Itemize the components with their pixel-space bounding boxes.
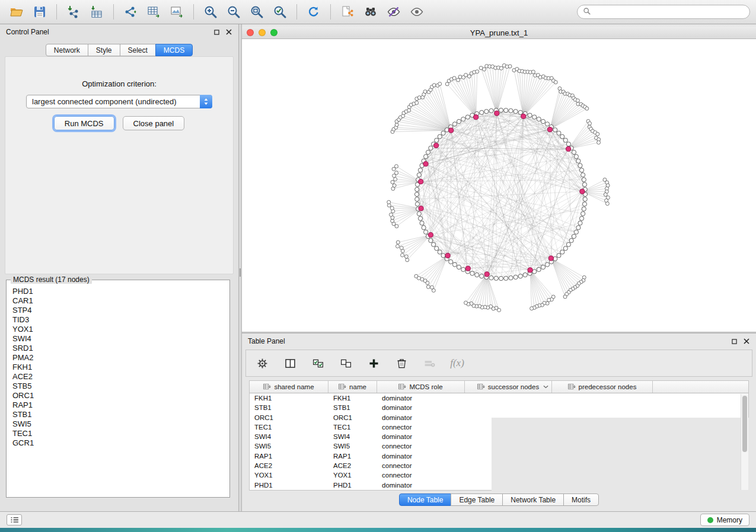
function-icon[interactable]: f(x) xyxy=(449,355,465,371)
settings-icon[interactable] xyxy=(254,355,270,371)
chevron-down-icon[interactable] xyxy=(543,385,548,389)
table-cell: connector xyxy=(377,422,465,432)
mcds-result-item[interactable]: SRD1 xyxy=(12,344,229,353)
status-menu-button[interactable] xyxy=(7,514,22,525)
control-panel-header: Control Panel xyxy=(0,24,238,40)
optimization-criterion-label: Optimization criterion: xyxy=(5,79,233,88)
deselect-all-icon[interactable] xyxy=(338,355,353,371)
mcds-result-item[interactable]: RAP1 xyxy=(12,400,229,410)
network-view-canvas[interactable] xyxy=(242,39,756,332)
column-header-successor-nodes[interactable]: successor nodes xyxy=(465,381,552,393)
zoom-fit-icon[interactable] xyxy=(246,2,267,21)
mcds-result-item[interactable]: STB5 xyxy=(12,382,229,391)
mcds-result-item[interactable]: ACE2 xyxy=(12,372,229,382)
table-cell: SWI5 xyxy=(250,441,328,451)
tab-motifs[interactable]: Motifs xyxy=(563,493,599,506)
table-panel-title: Table Panel xyxy=(248,337,285,345)
mcds-result-item[interactable]: TID3 xyxy=(12,315,229,325)
search-input[interactable] xyxy=(595,8,744,16)
mcds-result-item[interactable]: YOX1 xyxy=(12,325,229,334)
sort-table-icon xyxy=(339,383,346,391)
scrollbar-thumb[interactable] xyxy=(742,396,747,452)
export-table-icon[interactable] xyxy=(143,2,164,21)
table-row[interactable]: STB1STB1dominator620 xyxy=(250,403,748,412)
table-cell: dominator xyxy=(377,451,465,461)
zoom-selected-icon[interactable] xyxy=(269,2,291,21)
table-cell: TEC1 xyxy=(250,422,328,432)
refresh-icon[interactable] xyxy=(303,2,324,21)
mcds-result-item[interactable]: STP4 xyxy=(12,306,229,315)
hide-icon[interactable] xyxy=(383,2,404,21)
import-network-icon[interactable] xyxy=(63,2,84,21)
memory-button[interactable]: Memory xyxy=(700,514,749,526)
sort-table-icon xyxy=(477,383,485,391)
float-panel-icon[interactable] xyxy=(213,28,220,36)
add-icon[interactable] xyxy=(366,355,381,371)
export-image-icon[interactable] xyxy=(166,2,187,21)
mcds-result-item[interactable]: CAR1 xyxy=(12,296,229,306)
network-graph[interactable] xyxy=(242,39,756,332)
optimization-dropdown[interactable]: largest connected component (undirected) xyxy=(26,95,212,108)
column-header-filler xyxy=(653,381,748,393)
mcds-result-item[interactable]: STB1 xyxy=(12,410,229,419)
toolbar-separator xyxy=(296,4,297,20)
table-row[interactable]: PHD1PHD1dominator180 xyxy=(250,480,748,490)
float-table-panel-icon[interactable] xyxy=(731,338,738,345)
run-mcds-button[interactable]: Run MCDS xyxy=(54,116,114,130)
application-window: Control Panel NetworkStyleSelectMCDS Opt… xyxy=(0,0,756,532)
window-controls xyxy=(247,29,277,36)
tab-network-table[interactable]: Network Table xyxy=(502,493,564,506)
columns-icon[interactable] xyxy=(282,355,298,371)
table-scrollbar[interactable] xyxy=(741,394,748,490)
close-table-panel-icon[interactable] xyxy=(743,338,750,345)
tab-node-table[interactable]: Node Table xyxy=(399,493,452,506)
column-header-shared-name[interactable]: shared name xyxy=(250,381,328,393)
close-panel-icon[interactable] xyxy=(225,28,232,36)
open-folder-icon[interactable] xyxy=(6,2,27,21)
column-header-predecessor-nodes[interactable]: predecessor nodes xyxy=(552,381,653,393)
optimization-dropdown-value: largest connected component (undirected) xyxy=(32,97,177,106)
delete-icon[interactable] xyxy=(394,355,409,371)
tab-style[interactable]: Style xyxy=(88,44,120,56)
search-box[interactable] xyxy=(577,5,750,19)
network-window-titlebar[interactable]: YPA_prune.txt_1 xyxy=(242,27,756,39)
share-document-icon[interactable] xyxy=(337,2,358,21)
mcds-result-item[interactable]: SWI4 xyxy=(12,334,229,344)
tab-edge-table[interactable]: Edge Table xyxy=(451,493,503,506)
tab-network[interactable]: Network xyxy=(46,44,88,56)
mcds-result-item[interactable]: FKH1 xyxy=(12,363,229,372)
table-cell: YOX1 xyxy=(328,470,377,480)
select-all-icon[interactable] xyxy=(310,355,326,371)
import-table-icon[interactable] xyxy=(86,2,107,21)
row-disabled-icon[interactable] xyxy=(422,355,437,371)
mcds-result-item[interactable]: PHD1 xyxy=(12,287,229,296)
mcds-result-item[interactable]: ORC1 xyxy=(12,391,229,400)
show-icon[interactable] xyxy=(406,2,428,21)
main-toolbar xyxy=(0,0,756,24)
table-row[interactable]: FKH1FKH1dominator962 xyxy=(250,393,748,403)
table-cell: STB1 xyxy=(250,403,328,412)
save-icon[interactable] xyxy=(29,2,50,21)
column-header-name[interactable]: name xyxy=(328,381,377,393)
zoom-out-icon[interactable] xyxy=(223,2,244,21)
export-network-icon[interactable] xyxy=(120,2,141,21)
table-header-row: shared namenameMCDS rolesuccessor nodesp… xyxy=(250,381,748,393)
tab-select[interactable]: Select xyxy=(120,44,156,56)
minimize-window-icon[interactable] xyxy=(259,29,266,36)
close-panel-button[interactable]: Close panel xyxy=(123,116,185,130)
table-cell: FKH1 xyxy=(250,393,328,403)
mcds-result-item[interactable]: TEC1 xyxy=(12,429,229,438)
zoom-in-icon[interactable] xyxy=(200,2,221,21)
table-cell: connector xyxy=(377,461,465,470)
close-window-icon[interactable] xyxy=(247,29,254,36)
search-network-icon[interactable] xyxy=(360,2,381,21)
table-panel: Table Panel f(x) shared namenameMCDS rol… xyxy=(242,334,756,511)
mcds-result-item[interactable]: PMA2 xyxy=(12,353,229,363)
dropdown-stepper-icon[interactable] xyxy=(200,95,212,108)
table-cell: connector xyxy=(377,441,465,451)
tab-mcds[interactable]: MCDS xyxy=(155,44,193,56)
maximize-window-icon[interactable] xyxy=(270,29,277,36)
mcds-result-item[interactable]: SWI5 xyxy=(12,419,229,429)
mcds-result-item[interactable]: GCR1 xyxy=(12,438,229,448)
column-header-MCDS-role[interactable]: MCDS role xyxy=(377,381,465,393)
